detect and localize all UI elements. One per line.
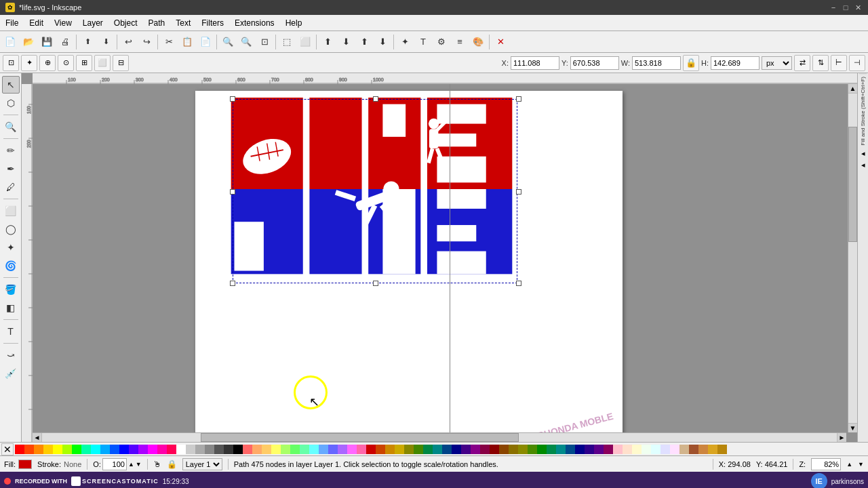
palette-color[interactable] bbox=[604, 445, 613, 454]
node-editor-button[interactable]: ✦ bbox=[396, 33, 414, 51]
y-input[interactable] bbox=[570, 56, 619, 70]
transform-x-button[interactable]: ⇄ bbox=[794, 55, 810, 71]
snap-mid-button[interactable]: ⊕ bbox=[39, 55, 56, 71]
text-tool-tb-button[interactable]: T bbox=[414, 33, 432, 51]
palette-color[interactable] bbox=[575, 445, 585, 454]
w-input[interactable] bbox=[632, 56, 681, 70]
palette-color[interactable] bbox=[347, 445, 357, 454]
palette-color[interactable] bbox=[632, 445, 642, 454]
palette-color[interactable] bbox=[319, 445, 328, 454]
palette-color[interactable] bbox=[499, 445, 509, 454]
dropper-tool[interactable]: 💉 bbox=[2, 365, 20, 382]
palette-color[interactable] bbox=[670, 445, 679, 454]
layer-select[interactable]: Layer 1 bbox=[182, 458, 222, 470]
palette-color[interactable] bbox=[480, 445, 490, 454]
palette-color[interactable] bbox=[357, 445, 366, 454]
align-button[interactable]: ≡ bbox=[451, 33, 469, 51]
palette-color[interactable] bbox=[328, 445, 338, 454]
menu-filters[interactable]: Filters bbox=[196, 16, 229, 30]
print-button[interactable]: 🖨 bbox=[56, 33, 74, 51]
raise-top-button[interactable]: ⬆ bbox=[355, 33, 373, 51]
palette-color[interactable] bbox=[528, 445, 537, 454]
right-adj-1[interactable]: ◂ bbox=[860, 148, 867, 159]
palette-color[interactable] bbox=[689, 445, 698, 454]
zoom-up[interactable]: ▲ bbox=[846, 461, 852, 468]
palette-color[interactable] bbox=[15, 445, 24, 454]
palette-color[interactable] bbox=[119, 445, 129, 454]
v-scrollbar[interactable]: ▲ ▼ bbox=[848, 84, 857, 432]
palette-color[interactable] bbox=[442, 445, 452, 454]
open-button[interactable]: 📂 bbox=[20, 33, 37, 51]
palette-color[interactable] bbox=[537, 445, 547, 454]
palette-color[interactable] bbox=[100, 445, 110, 454]
palette-color[interactable] bbox=[233, 445, 243, 454]
palette-color[interactable] bbox=[205, 445, 214, 454]
h-scrollbar[interactable]: ◄ ► bbox=[33, 432, 846, 442]
palette-color[interactable] bbox=[651, 445, 660, 454]
fill-stroke-tab[interactable]: Fill and Stroke (Shift+Ctrl+F) bbox=[859, 73, 867, 148]
hscroll-track[interactable] bbox=[42, 433, 837, 442]
zoom-out-button[interactable]: 🔍 bbox=[237, 33, 255, 51]
align-right-button[interactable]: ⊣ bbox=[849, 55, 865, 71]
rect-tool[interactable]: ⬜ bbox=[2, 202, 20, 220]
zoom-in-button[interactable]: 🔍 bbox=[219, 33, 237, 51]
palette-color[interactable] bbox=[414, 445, 423, 454]
palette-color[interactable] bbox=[43, 445, 53, 454]
paste-button[interactable]: 📄 bbox=[197, 33, 214, 51]
palette-color[interactable] bbox=[290, 445, 300, 454]
palette-color[interactable] bbox=[376, 445, 385, 454]
palette-color[interactable] bbox=[452, 445, 461, 454]
cut-button[interactable]: ✂ bbox=[160, 33, 178, 51]
selection-handle-tr[interactable] bbox=[516, 96, 521, 102]
palette-color[interactable] bbox=[566, 445, 575, 454]
palette-color[interactable] bbox=[300, 445, 309, 454]
save-button[interactable]: 💾 bbox=[38, 33, 56, 51]
snap-nodes-button[interactable]: ✦ bbox=[21, 55, 37, 71]
palette-color[interactable] bbox=[53, 445, 62, 454]
palette-color[interactable] bbox=[167, 445, 176, 454]
maximize-button[interactable]: □ bbox=[841, 3, 850, 12]
palette-color[interactable] bbox=[660, 445, 670, 454]
export-button[interactable]: ⬇ bbox=[97, 33, 115, 51]
palette-color[interactable] bbox=[148, 445, 157, 454]
selection-handle-bl[interactable] bbox=[230, 281, 235, 286]
palette-color[interactable] bbox=[252, 445, 262, 454]
node-tool[interactable]: ⬡ bbox=[2, 94, 20, 112]
group-button[interactable]: ⬚ bbox=[278, 33, 296, 51]
palette-color[interactable] bbox=[613, 445, 623, 454]
hscroll-thumb[interactable] bbox=[201, 433, 519, 442]
palette-color[interactable] bbox=[195, 445, 205, 454]
palette-color[interactable] bbox=[585, 445, 594, 454]
canvas-container[interactable]: 100 200 300 400 500 600 700 800 900 1000 bbox=[22, 73, 857, 442]
fill-swatch[interactable] bbox=[18, 460, 32, 469]
palette-color[interactable] bbox=[224, 445, 233, 454]
menu-layer[interactable]: Layer bbox=[77, 16, 108, 30]
ellipse-tool[interactable]: ◯ bbox=[2, 220, 20, 238]
menu-help[interactable]: Help bbox=[280, 16, 308, 30]
palette-color[interactable] bbox=[34, 445, 43, 454]
menu-extensions[interactable]: Extensions bbox=[229, 16, 280, 30]
palette-color[interactable] bbox=[708, 445, 717, 454]
palette-color[interactable] bbox=[461, 445, 471, 454]
palette-color[interactable] bbox=[518, 445, 528, 454]
x-input[interactable] bbox=[511, 56, 559, 70]
gradient-tool[interactable]: ◧ bbox=[2, 299, 20, 317]
h-input[interactable] bbox=[711, 56, 760, 70]
palette-color[interactable] bbox=[138, 445, 148, 454]
snap-bbox-button[interactable]: ⊡ bbox=[3, 55, 19, 71]
palette-color[interactable] bbox=[623, 445, 632, 454]
raise-button[interactable]: ⬆ bbox=[319, 33, 336, 51]
align-left-button[interactable]: ⊢ bbox=[831, 55, 847, 71]
minimize-button[interactable]: − bbox=[829, 3, 838, 12]
palette-color[interactable] bbox=[72, 445, 81, 454]
new-button[interactable]: 📄 bbox=[1, 33, 19, 51]
selection-handle-bm[interactable] bbox=[373, 281, 378, 286]
palette-color[interactable] bbox=[404, 445, 414, 454]
import-button[interactable]: ⬆ bbox=[79, 33, 96, 51]
transform-y-button[interactable]: ⇅ bbox=[812, 55, 829, 71]
vscroll-thumb[interactable] bbox=[848, 127, 857, 242]
snap-grid-button[interactable]: ⊟ bbox=[113, 55, 129, 71]
stroke-indicator[interactable]: Stroke: None bbox=[37, 460, 81, 468]
ungroup-button[interactable]: ⬜ bbox=[296, 33, 314, 51]
palette-color[interactable] bbox=[395, 445, 404, 454]
